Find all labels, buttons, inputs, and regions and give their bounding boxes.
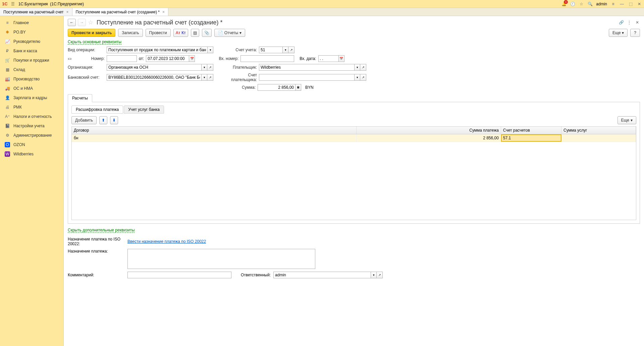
table-more-button[interactable]: Еще ▾: [618, 116, 636, 124]
post-and-close-button[interactable]: Провести и закрыть: [68, 29, 115, 37]
sidebar-item-ozon[interactable]: OOZON: [0, 140, 63, 149]
maximize-icon[interactable]: ⬚: [628, 1, 633, 7]
dropdown-icon[interactable]: ▾: [201, 74, 207, 81]
tab-calculations[interactable]: Расчеты: [68, 94, 92, 102]
reports-button[interactable]: 📄 Отчеты ▾: [214, 29, 245, 37]
dropdown-icon[interactable]: ▾: [201, 64, 207, 71]
sidebar-item-taxes[interactable]: A⁺Налоги и отчетность: [0, 112, 63, 121]
responsible-input[interactable]: [273, 272, 371, 278]
minimize-icon[interactable]: —: [619, 1, 625, 7]
sidebar-item-admin[interactable]: ⚙Администрирование: [0, 131, 63, 140]
hide-main-link[interactable]: Скрыть основные реквизиты: [68, 40, 121, 45]
sidebar-item-production[interactable]: 🏭Производство: [0, 74, 63, 84]
menu-icon[interactable]: ☰: [10, 1, 16, 7]
comment-input[interactable]: [127, 272, 231, 278]
open-icon[interactable]: ↗: [360, 74, 366, 81]
user-label[interactable]: admin: [596, 2, 607, 6]
payer-input[interactable]: [259, 64, 354, 71]
account-input[interactable]: [259, 47, 282, 53]
calendar-icon[interactable]: 📅: [338, 55, 344, 62]
dt-kt-button[interactable]: AтКт: [173, 29, 188, 37]
sum-input[interactable]: [258, 84, 295, 91]
notification-icon[interactable]: 🔔: [561, 1, 567, 7]
book-icon: 📓: [5, 123, 10, 129]
number-input[interactable]: [107, 55, 137, 62]
calculator-icon[interactable]: 🖩: [295, 84, 301, 91]
sidebar-item-salary[interactable]: 👤Зарплата и кадры: [0, 93, 63, 102]
cell-uslug[interactable]: [561, 134, 636, 142]
sidebar-item-settings[interactable]: 📓Настройки учета: [0, 121, 63, 131]
col-summa[interactable]: Сумма платежа: [357, 127, 501, 134]
open-icon[interactable]: ↗: [207, 74, 213, 81]
sidebar-item-bank[interactable]: ₽Банк и касса: [0, 46, 63, 56]
open-icon[interactable]: ↗: [360, 64, 366, 71]
close-app-icon[interactable]: ✕: [637, 1, 642, 7]
date-input[interactable]: [146, 55, 189, 62]
open-icon[interactable]: ↗: [207, 64, 213, 71]
files-button[interactable]: 📎: [202, 29, 212, 37]
hide-add-link[interactable]: Скрыть дополнительные реквизиты: [68, 228, 135, 233]
tab-active[interactable]: Поступление на расчетный счет (создание)…: [72, 8, 168, 16]
open-icon[interactable]: ↗: [377, 272, 383, 278]
forward-button[interactable]: →: [78, 19, 86, 26]
subtab-breakdown[interactable]: Расшифровка платежа: [71, 106, 123, 114]
dropdown-icon[interactable]: ▾: [354, 74, 360, 81]
structure-button[interactable]: ▤: [191, 29, 199, 37]
dropdown-icon[interactable]: ▾: [371, 272, 377, 278]
close-tab-icon[interactable]: ×: [66, 10, 69, 14]
page-title: Поступление на расчетный счет (создание)…: [97, 19, 223, 26]
sidebar-item-poby[interactable]: ✱PO.BY: [0, 27, 63, 37]
history-icon[interactable]: 🕘: [570, 1, 575, 7]
wildberries-icon: W: [5, 151, 10, 157]
back-button[interactable]: ←: [68, 19, 76, 26]
cell-summa[interactable]: 2 856,00: [357, 134, 501, 142]
write-button[interactable]: Записать: [118, 29, 143, 37]
page-header: ← → ☆ Поступление на расчетный счет (соз…: [64, 16, 644, 29]
iso-link[interactable]: Ввести назначение платежа по ISO 20022: [127, 239, 206, 244]
sidebar-item-manager[interactable]: 📈Руководителю: [0, 37, 63, 46]
add-row-button[interactable]: Добавить: [71, 116, 97, 124]
purpose-textarea[interactable]: [127, 249, 315, 269]
sidebar-item-sales[interactable]: 🛒Покупки и продажи: [0, 56, 63, 65]
bank-input[interactable]: [107, 74, 201, 81]
sidebar-item-assets[interactable]: 🚚ОС и НМА: [0, 84, 63, 93]
open-icon[interactable]: ↗: [288, 47, 294, 53]
help-button[interactable]: ?: [630, 29, 640, 37]
payeraccount-input[interactable]: [259, 74, 354, 81]
calendar-icon[interactable]: 📅: [189, 55, 195, 62]
link-icon[interactable]: 🔗: [619, 20, 624, 25]
cell-dogovor[interactable]: бн: [72, 134, 357, 142]
col-dogovor[interactable]: Договор: [72, 127, 357, 134]
favorite-icon[interactable]: ☆: [579, 1, 584, 7]
search-icon[interactable]: 🔍: [587, 1, 593, 7]
move-down-button[interactable]: ⬇: [110, 116, 118, 124]
settings-icon[interactable]: ≡: [610, 1, 616, 7]
close-page-icon[interactable]: ✕: [635, 20, 640, 25]
payments-grid[interactable]: Договор Сумма платежа Счет расчетов Сумм…: [71, 126, 636, 220]
sidebar-item-warehouse[interactable]: ▦Склад: [0, 65, 63, 74]
sidebar-item-main[interactable]: ≡Главное: [0, 18, 63, 27]
dropdown-icon[interactable]: ▾: [354, 64, 360, 71]
star-icon[interactable]: ☆: [88, 19, 93, 26]
post-button[interactable]: Провести: [146, 29, 171, 37]
cell-schet[interactable]: 57.1: [501, 134, 561, 142]
sidebar-item-wildberries[interactable]: WWildberries: [0, 149, 63, 159]
sidebar: ≡Главное ✱PO.BY 📈Руководителю ₽Банк и ка…: [0, 16, 64, 346]
opertype-input[interactable]: [107, 47, 207, 53]
dropdown-icon[interactable]: ▾: [207, 47, 213, 53]
tab-inactive[interactable]: Поступление на расчетный счет ×: [0, 8, 72, 16]
close-tab-icon[interactable]: ×: [162, 10, 165, 14]
subtab-bankservices[interactable]: Учет услуг банка: [124, 106, 164, 114]
extdate-input[interactable]: [318, 55, 338, 62]
move-up-button[interactable]: ⬆: [99, 116, 107, 124]
form-area: Скрыть основные реквизиты Вид операции: …: [64, 40, 644, 224]
col-schet[interactable]: Счет расчетов: [501, 127, 561, 134]
sidebar-item-rmk[interactable]: 🖨РМК: [0, 102, 63, 112]
col-uslug[interactable]: Сумма услуг: [561, 127, 636, 134]
extnum-input[interactable]: [240, 55, 294, 62]
dropdown-icon[interactable]: ▾: [282, 47, 288, 53]
org-input[interactable]: [107, 64, 201, 71]
table-row[interactable]: бн 2 856,00 57.1: [72, 134, 636, 142]
more-vert-icon[interactable]: ⋮: [627, 20, 632, 25]
more-button[interactable]: Еще ▾: [609, 29, 628, 37]
